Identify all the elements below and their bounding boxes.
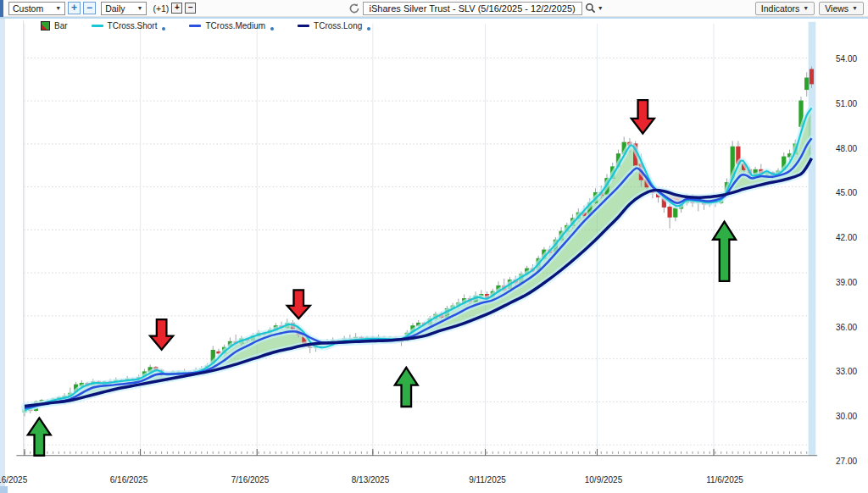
chart-legend: BarTCross.ShortTCross.MediumTCross.Long <box>41 21 370 30</box>
symbol-title: iShares Silver Trust - SLV (5/16/2025 - … <box>370 3 576 14</box>
views-button-label: Views <box>825 3 849 14</box>
gridlines <box>24 20 812 456</box>
x-axis-tick-label: 6/16/2025 <box>110 475 148 485</box>
x-axis <box>16 449 817 456</box>
legend-item-tcross-medium[interactable]: TCross.Medium <box>189 21 274 30</box>
line-swatch-icon <box>298 25 309 27</box>
y-axis-tick-label: 33.00 <box>836 367 857 376</box>
y-axis-tick-label: 30.00 <box>836 412 857 421</box>
bar-swatch-icon <box>41 21 50 30</box>
chevron-down-icon: ▼ <box>598 5 604 11</box>
chevron-down-icon: ▼ <box>55 5 61 11</box>
y-axis-tick-label: 51.00 <box>836 99 857 108</box>
search-button[interactable]: ▼ <box>585 3 604 14</box>
interval-select-value: Daily <box>105 3 125 14</box>
sell-signal-arrow <box>632 100 654 133</box>
x-axis-tick-label: 8/13/2025 <box>352 475 390 485</box>
y-axis-tick-label: 45.00 <box>836 188 857 197</box>
symbol-search-box[interactable]: iShares Silver Trust - SLV (5/16/2025 - … <box>363 2 582 15</box>
x-axis-tick-label: 10/9/2025 <box>585 475 623 485</box>
chart-region: BarTCross.ShortTCross.MediumTCross.Long … <box>0 19 868 493</box>
series-tcross-short <box>25 108 812 411</box>
buy-signal-arrow <box>713 222 736 281</box>
chevron-down-icon: ▼ <box>136 5 142 11</box>
y-axis-tick-label: 39.00 <box>836 278 857 287</box>
charting-app-window: Custom ▼ + − Daily ▼ (+1) + − iShares Si… <box>0 0 868 493</box>
legend-settings-dot[interactable] <box>162 27 165 30</box>
legend-item-tcross-short[interactable]: TCross.Short <box>92 21 166 30</box>
search-icon <box>585 3 596 14</box>
x-axis-tick-label: 9/11/2025 <box>469 475 506 485</box>
chevron-down-icon: ▼ <box>803 5 809 11</box>
y-axis-tick-label: 27.00 <box>836 457 857 466</box>
sell-signal-arrow <box>287 290 310 319</box>
interval-select[interactable]: Daily ▼ <box>101 2 147 15</box>
legend-item-bar[interactable]: Bar <box>41 21 68 30</box>
sell-signal-arrow <box>150 319 173 350</box>
x-axis-tick-label: 5/16/2025 <box>0 475 27 485</box>
line-halos <box>25 108 812 411</box>
tcross-lines <box>25 108 812 411</box>
indicators-button-label: Indicators <box>761 3 800 14</box>
buy-signal-arrow <box>28 418 51 455</box>
remove-bar-button[interactable]: − <box>185 3 196 14</box>
views-button[interactable]: Views ▼ <box>819 2 864 15</box>
range-select[interactable]: Custom ▼ <box>8 2 65 15</box>
zoom-in-button[interactable]: + <box>68 2 81 14</box>
tcross-band <box>25 109 811 411</box>
buy-signal-arrow <box>395 368 418 407</box>
x-axis-tick-label: 11/6/2025 <box>706 475 743 485</box>
y-axis-tick-label: 42.00 <box>836 233 857 242</box>
refresh-icon <box>348 3 360 14</box>
y-axis-tick-label: 54.00 <box>836 54 857 64</box>
x-axis-tick-label: 7/16/2025 <box>231 475 270 485</box>
window-accent-bar <box>0 0 3 17</box>
toolbar: Custom ▼ + − Daily ▼ (+1) + − iShares Si… <box>0 0 868 17</box>
zoom-out-button[interactable]: − <box>83 2 96 14</box>
legend-item-label: TCross.Short <box>108 21 158 30</box>
legend-item-label: Bar <box>54 21 68 30</box>
indicators-button[interactable]: Indicators ▼ <box>755 2 815 15</box>
y-axis-tick-label: 36.00 <box>836 323 857 332</box>
line-swatch-icon <box>92 25 103 27</box>
candles-layer <box>23 66 814 416</box>
y-axis-tick-label: 48.00 <box>836 144 857 153</box>
price-chart-plot[interactable] <box>0 19 868 493</box>
legend-item-tcross-long[interactable]: TCross.Long <box>298 21 370 30</box>
legend-settings-dot[interactable] <box>270 27 274 30</box>
line-swatch-icon <box>189 25 201 27</box>
chevron-down-icon: ▼ <box>852 5 858 11</box>
legend-item-label: TCross.Long <box>314 21 362 30</box>
refresh-button[interactable] <box>348 3 360 14</box>
legend-settings-dot[interactable] <box>367 27 370 30</box>
legend-item-label: TCross.Medium <box>205 21 265 30</box>
series-tcross-medium <box>25 138 812 408</box>
range-select-value: Custom <box>13 3 43 14</box>
bars-offset-label: (+1) <box>153 3 169 14</box>
add-bar-button[interactable]: + <box>171 3 182 14</box>
